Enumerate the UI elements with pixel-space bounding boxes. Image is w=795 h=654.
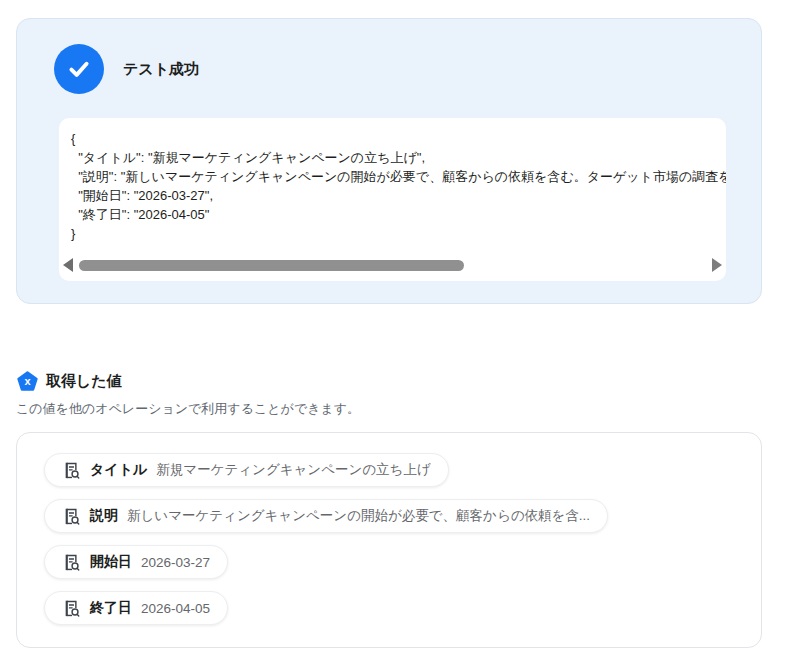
value-row: 開始日 2026-03-27: [44, 545, 761, 579]
value-row: タイトル 新規マーケティングキャンペーンの立ち上げ: [44, 453, 761, 487]
value-row: 終了日 2026-04-05: [44, 591, 761, 625]
check-icon: [65, 55, 93, 83]
test-success-panel: テスト成功 { "タイトル": "新規マーケティングキャンペーンの立ち上げ", …: [16, 18, 762, 304]
scroll-right-arrow-icon[interactable]: [712, 258, 722, 272]
json-line: }: [71, 224, 726, 243]
json-line: "開始日": "2026-03-27",: [71, 186, 726, 205]
value-pill-description[interactable]: 説明 新しいマーケティングキャンペーンの開始が必要で、顧客からの依頼を含...: [44, 499, 608, 533]
scroll-left-arrow-icon[interactable]: [63, 258, 73, 272]
retrieved-values-title: 取得した値: [46, 372, 122, 391]
json-line: "説明": "新しいマーケティングキャンペーンの開始が必要で、顧客からの依頼を含…: [71, 167, 726, 186]
svg-text:x: x: [24, 375, 31, 387]
json-line: "タイトル": "新規マーケティングキャンペーンの立ち上げ",: [71, 148, 726, 167]
json-line: {: [71, 129, 726, 148]
value-label: 終了日: [90, 599, 132, 617]
horizontal-scrollbar[interactable]: [63, 254, 722, 276]
variable-x-pentagon-icon: x: [17, 371, 38, 392]
test-success-header: テスト成功: [54, 44, 199, 94]
json-result-box: { "タイトル": "新規マーケティングキャンペーンの立ち上げ", "説明": …: [59, 118, 726, 281]
value-pill-end-date[interactable]: 終了日 2026-04-05: [44, 591, 228, 625]
value-text: 新規マーケティングキャンペーンの立ち上げ: [156, 461, 430, 479]
retrieved-values-header: x 取得した値: [17, 371, 122, 392]
value-label: 開始日: [90, 553, 132, 571]
value-text: 新しいマーケティングキャンペーンの開始が必要で、顧客からの依頼を含...: [127, 507, 590, 525]
scrollbar-track[interactable]: [73, 254, 712, 276]
value-text: 2026-03-27: [141, 555, 210, 570]
success-check-badge: [54, 44, 104, 94]
json-line: "終了日": "2026-04-05": [71, 205, 726, 224]
retrieved-values-panel: タイトル 新規マーケティングキャンペーンの立ち上げ 説明 新しいマーケティングキ…: [16, 432, 762, 648]
retrieved-values-subtitle: この値を他のオペレーションで利用することができます。: [16, 400, 360, 418]
document-search-icon: [62, 553, 81, 572]
value-label: タイトル: [90, 461, 147, 479]
value-pill-title[interactable]: タイトル 新規マーケティングキャンペーンの立ち上げ: [44, 453, 449, 487]
document-search-icon: [62, 461, 81, 480]
value-text: 2026-04-05: [141, 601, 210, 616]
test-success-title: テスト成功: [123, 60, 199, 79]
value-row: 説明 新しいマーケティングキャンペーンの開始が必要で、顧客からの依頼を含...: [44, 499, 761, 533]
value-label: 説明: [90, 507, 118, 525]
document-search-icon: [62, 599, 81, 618]
json-result-text: { "タイトル": "新規マーケティングキャンペーンの立ち上げ", "説明": …: [59, 118, 726, 243]
value-pill-start-date[interactable]: 開始日 2026-03-27: [44, 545, 228, 579]
scrollbar-thumb[interactable]: [79, 260, 464, 271]
document-search-icon: [62, 507, 81, 526]
